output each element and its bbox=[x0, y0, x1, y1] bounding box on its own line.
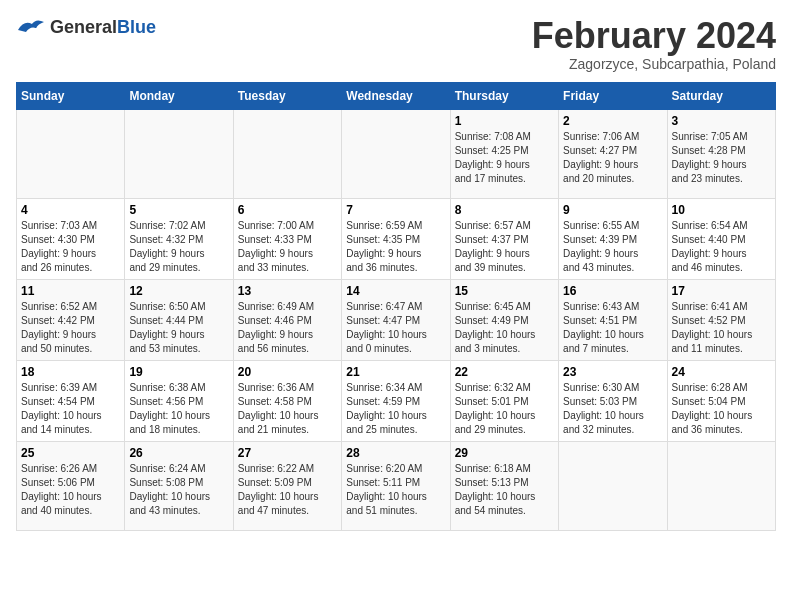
day-number: 18 bbox=[21, 365, 120, 379]
day-info: Sunrise: 7:08 AM Sunset: 4:25 PM Dayligh… bbox=[455, 130, 554, 186]
day-number: 21 bbox=[346, 365, 445, 379]
day-number: 11 bbox=[21, 284, 120, 298]
day-info: Sunrise: 6:55 AM Sunset: 4:39 PM Dayligh… bbox=[563, 219, 662, 275]
week-row-1: 1Sunrise: 7:08 AM Sunset: 4:25 PM Daylig… bbox=[17, 109, 776, 198]
header-area: GeneralBlue February 2024 Zagorzyce, Sub… bbox=[16, 16, 776, 72]
day-number: 8 bbox=[455, 203, 554, 217]
day-info: Sunrise: 6:47 AM Sunset: 4:47 PM Dayligh… bbox=[346, 300, 445, 356]
day-number: 22 bbox=[455, 365, 554, 379]
cell-w3-d6: 16Sunrise: 6:43 AM Sunset: 4:51 PM Dayli… bbox=[559, 279, 667, 360]
week-row-2: 4Sunrise: 7:03 AM Sunset: 4:30 PM Daylig… bbox=[17, 198, 776, 279]
week-row-3: 11Sunrise: 6:52 AM Sunset: 4:42 PM Dayli… bbox=[17, 279, 776, 360]
day-number: 29 bbox=[455, 446, 554, 460]
cell-w3-d3: 13Sunrise: 6:49 AM Sunset: 4:46 PM Dayli… bbox=[233, 279, 341, 360]
day-number: 27 bbox=[238, 446, 337, 460]
cell-w4-d6: 23Sunrise: 6:30 AM Sunset: 5:03 PM Dayli… bbox=[559, 360, 667, 441]
day-number: 1 bbox=[455, 114, 554, 128]
cell-w4-d2: 19Sunrise: 6:38 AM Sunset: 4:56 PM Dayli… bbox=[125, 360, 233, 441]
cell-w1-d3 bbox=[233, 109, 341, 198]
cell-w1-d4 bbox=[342, 109, 450, 198]
col-tuesday: Tuesday bbox=[233, 82, 341, 109]
cell-w3-d2: 12Sunrise: 6:50 AM Sunset: 4:44 PM Dayli… bbox=[125, 279, 233, 360]
week-row-5: 25Sunrise: 6:26 AM Sunset: 5:06 PM Dayli… bbox=[17, 441, 776, 530]
logo-bird-icon bbox=[16, 16, 46, 38]
header-row: Sunday Monday Tuesday Wednesday Thursday… bbox=[17, 82, 776, 109]
cell-w3-d4: 14Sunrise: 6:47 AM Sunset: 4:47 PM Dayli… bbox=[342, 279, 450, 360]
day-info: Sunrise: 6:22 AM Sunset: 5:09 PM Dayligh… bbox=[238, 462, 337, 518]
day-info: Sunrise: 7:06 AM Sunset: 4:27 PM Dayligh… bbox=[563, 130, 662, 186]
day-number: 5 bbox=[129, 203, 228, 217]
logo-text-blue: Blue bbox=[117, 17, 156, 37]
day-number: 10 bbox=[672, 203, 771, 217]
cell-w1-d7: 3Sunrise: 7:05 AM Sunset: 4:28 PM Daylig… bbox=[667, 109, 775, 198]
day-info: Sunrise: 7:00 AM Sunset: 4:33 PM Dayligh… bbox=[238, 219, 337, 275]
day-number: 3 bbox=[672, 114, 771, 128]
col-thursday: Thursday bbox=[450, 82, 558, 109]
day-number: 13 bbox=[238, 284, 337, 298]
day-info: Sunrise: 6:24 AM Sunset: 5:08 PM Dayligh… bbox=[129, 462, 228, 518]
cell-w5-d3: 27Sunrise: 6:22 AM Sunset: 5:09 PM Dayli… bbox=[233, 441, 341, 530]
cell-w3-d7: 17Sunrise: 6:41 AM Sunset: 4:52 PM Dayli… bbox=[667, 279, 775, 360]
day-info: Sunrise: 6:38 AM Sunset: 4:56 PM Dayligh… bbox=[129, 381, 228, 437]
title-area: February 2024 Zagorzyce, Subcarpathia, P… bbox=[532, 16, 776, 72]
day-info: Sunrise: 7:02 AM Sunset: 4:32 PM Dayligh… bbox=[129, 219, 228, 275]
col-monday: Monday bbox=[125, 82, 233, 109]
cell-w2-d7: 10Sunrise: 6:54 AM Sunset: 4:40 PM Dayli… bbox=[667, 198, 775, 279]
cell-w4-d3: 20Sunrise: 6:36 AM Sunset: 4:58 PM Dayli… bbox=[233, 360, 341, 441]
logo: GeneralBlue bbox=[16, 16, 156, 38]
day-number: 12 bbox=[129, 284, 228, 298]
day-number: 7 bbox=[346, 203, 445, 217]
main-title: February 2024 bbox=[532, 16, 776, 56]
day-number: 9 bbox=[563, 203, 662, 217]
day-info: Sunrise: 6:39 AM Sunset: 4:54 PM Dayligh… bbox=[21, 381, 120, 437]
cell-w3-d5: 15Sunrise: 6:45 AM Sunset: 4:49 PM Dayli… bbox=[450, 279, 558, 360]
cell-w4-d4: 21Sunrise: 6:34 AM Sunset: 4:59 PM Dayli… bbox=[342, 360, 450, 441]
cell-w1-d6: 2Sunrise: 7:06 AM Sunset: 4:27 PM Daylig… bbox=[559, 109, 667, 198]
subtitle: Zagorzyce, Subcarpathia, Poland bbox=[532, 56, 776, 72]
day-info: Sunrise: 6:49 AM Sunset: 4:46 PM Dayligh… bbox=[238, 300, 337, 356]
cell-w5-d2: 26Sunrise: 6:24 AM Sunset: 5:08 PM Dayli… bbox=[125, 441, 233, 530]
day-info: Sunrise: 6:52 AM Sunset: 4:42 PM Dayligh… bbox=[21, 300, 120, 356]
day-number: 16 bbox=[563, 284, 662, 298]
day-number: 23 bbox=[563, 365, 662, 379]
day-number: 2 bbox=[563, 114, 662, 128]
logo-text-general: General bbox=[50, 17, 117, 37]
day-number: 17 bbox=[672, 284, 771, 298]
cell-w4-d5: 22Sunrise: 6:32 AM Sunset: 5:01 PM Dayli… bbox=[450, 360, 558, 441]
cell-w4-d1: 18Sunrise: 6:39 AM Sunset: 4:54 PM Dayli… bbox=[17, 360, 125, 441]
col-sunday: Sunday bbox=[17, 82, 125, 109]
day-info: Sunrise: 7:05 AM Sunset: 4:28 PM Dayligh… bbox=[672, 130, 771, 186]
day-info: Sunrise: 6:32 AM Sunset: 5:01 PM Dayligh… bbox=[455, 381, 554, 437]
day-number: 4 bbox=[21, 203, 120, 217]
col-friday: Friday bbox=[559, 82, 667, 109]
day-info: Sunrise: 6:50 AM Sunset: 4:44 PM Dayligh… bbox=[129, 300, 228, 356]
week-row-4: 18Sunrise: 6:39 AM Sunset: 4:54 PM Dayli… bbox=[17, 360, 776, 441]
cell-w2-d4: 7Sunrise: 6:59 AM Sunset: 4:35 PM Daylig… bbox=[342, 198, 450, 279]
cell-w1-d5: 1Sunrise: 7:08 AM Sunset: 4:25 PM Daylig… bbox=[450, 109, 558, 198]
col-wednesday: Wednesday bbox=[342, 82, 450, 109]
cell-w2-d3: 6Sunrise: 7:00 AM Sunset: 4:33 PM Daylig… bbox=[233, 198, 341, 279]
day-number: 20 bbox=[238, 365, 337, 379]
calendar-table: Sunday Monday Tuesday Wednesday Thursday… bbox=[16, 82, 776, 531]
cell-w1-d2 bbox=[125, 109, 233, 198]
cell-w3-d1: 11Sunrise: 6:52 AM Sunset: 4:42 PM Dayli… bbox=[17, 279, 125, 360]
day-info: Sunrise: 6:26 AM Sunset: 5:06 PM Dayligh… bbox=[21, 462, 120, 518]
day-number: 15 bbox=[455, 284, 554, 298]
cell-w5-d6 bbox=[559, 441, 667, 530]
cell-w5-d1: 25Sunrise: 6:26 AM Sunset: 5:06 PM Dayli… bbox=[17, 441, 125, 530]
day-info: Sunrise: 6:30 AM Sunset: 5:03 PM Dayligh… bbox=[563, 381, 662, 437]
cell-w5-d4: 28Sunrise: 6:20 AM Sunset: 5:11 PM Dayli… bbox=[342, 441, 450, 530]
cell-w2-d6: 9Sunrise: 6:55 AM Sunset: 4:39 PM Daylig… bbox=[559, 198, 667, 279]
cell-w2-d2: 5Sunrise: 7:02 AM Sunset: 4:32 PM Daylig… bbox=[125, 198, 233, 279]
day-info: Sunrise: 6:20 AM Sunset: 5:11 PM Dayligh… bbox=[346, 462, 445, 518]
day-number: 26 bbox=[129, 446, 228, 460]
cell-w5-d5: 29Sunrise: 6:18 AM Sunset: 5:13 PM Dayli… bbox=[450, 441, 558, 530]
cell-w1-d1 bbox=[17, 109, 125, 198]
day-info: Sunrise: 7:03 AM Sunset: 4:30 PM Dayligh… bbox=[21, 219, 120, 275]
day-number: 24 bbox=[672, 365, 771, 379]
cell-w2-d1: 4Sunrise: 7:03 AM Sunset: 4:30 PM Daylig… bbox=[17, 198, 125, 279]
day-number: 19 bbox=[129, 365, 228, 379]
day-number: 6 bbox=[238, 203, 337, 217]
day-info: Sunrise: 6:28 AM Sunset: 5:04 PM Dayligh… bbox=[672, 381, 771, 437]
cell-w5-d7 bbox=[667, 441, 775, 530]
